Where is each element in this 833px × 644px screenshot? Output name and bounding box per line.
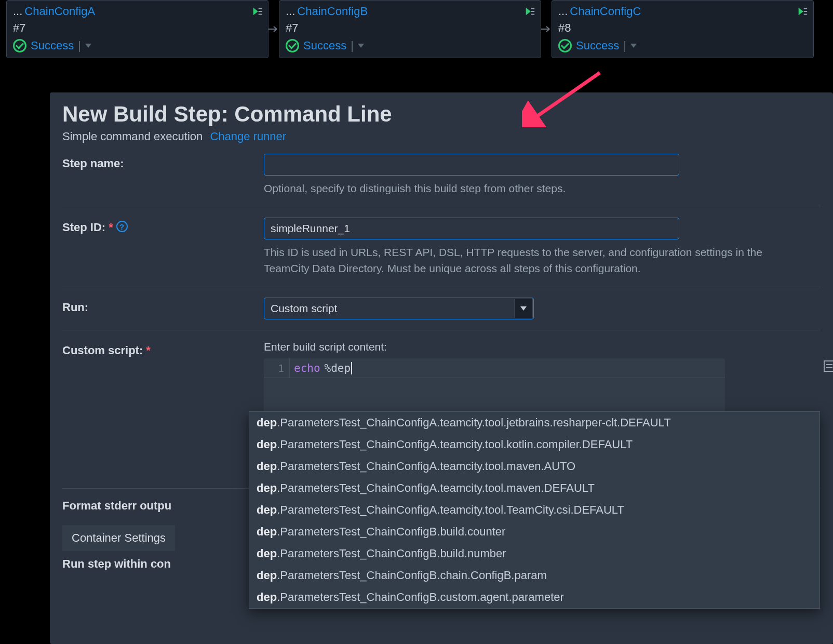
change-runner-link[interactable]: Change runner xyxy=(210,130,286,143)
chain-card-b[interactable]: ... ChainConfigB #7 Success | xyxy=(279,0,541,58)
svg-rect-2 xyxy=(259,14,262,15)
chain-card-c[interactable]: ... ChainConfigC #8 Success | xyxy=(552,0,814,58)
autocomplete-item[interactable]: dep.ParametersTest_ChainConfigA.teamcity… xyxy=(249,499,819,521)
step-id-input[interactable] xyxy=(264,218,679,239)
annotation-arrow-icon xyxy=(522,70,605,127)
run-icon[interactable] xyxy=(797,6,808,17)
svg-rect-1 xyxy=(259,11,262,12)
status-link[interactable]: Success xyxy=(31,39,74,52)
step-name-label: Step name: xyxy=(62,154,264,196)
code-token-arg: %dep xyxy=(325,362,351,374)
chain-title[interactable]: ChainConfigC xyxy=(570,5,641,18)
svg-rect-5 xyxy=(531,11,534,12)
chevron-down-icon[interactable] xyxy=(85,44,91,48)
step-name-input[interactable] xyxy=(264,154,679,176)
row-step-name: Step name: Optional, specify to distingu… xyxy=(62,143,821,207)
row-step-id: Step ID: * ? This ID is used in URLs, RE… xyxy=(62,207,821,287)
custom-script-label: Custom script: xyxy=(62,344,143,357)
container-settings-button[interactable]: Container Settings xyxy=(62,525,175,551)
build-chain-row: ... ChainConfigA #7 Success | ... ChainC… xyxy=(0,0,833,58)
autocomplete-item[interactable]: dep.ParametersTest_ChainConfigA.teamcity… xyxy=(249,455,819,477)
svg-rect-9 xyxy=(804,11,807,12)
autocomplete-item[interactable]: dep.ParametersTest_ChainConfigA.teamcity… xyxy=(249,477,819,499)
required-icon: * xyxy=(109,221,113,234)
build-number: #7 xyxy=(13,21,262,35)
ellipsis-icon: ... xyxy=(558,5,568,18)
svg-rect-4 xyxy=(531,8,534,9)
script-prompt: Enter build script content: xyxy=(264,341,821,353)
required-icon: * xyxy=(146,344,151,357)
step-name-help: Optional, specify to distinguish this bu… xyxy=(264,181,783,196)
svg-rect-0 xyxy=(259,8,262,9)
subtitle: Simple command execution xyxy=(62,130,203,143)
status-link[interactable]: Success xyxy=(303,39,346,52)
chevron-down-icon xyxy=(520,306,527,311)
ellipsis-icon: ... xyxy=(13,5,22,18)
ellipsis-icon: ... xyxy=(286,5,295,18)
editor-list-icon[interactable] xyxy=(824,360,833,372)
code-token-cmd: echo xyxy=(294,362,320,374)
select-dropdown-button[interactable] xyxy=(514,299,533,318)
build-number: #8 xyxy=(558,21,807,35)
build-step-panel: New Build Step: Command Line Simple comm… xyxy=(50,92,833,644)
success-icon xyxy=(286,39,299,52)
autocomplete-item[interactable]: dep.ParametersTest_ChainConfigA.teamcity… xyxy=(249,434,819,455)
chain-arrow xyxy=(541,24,552,34)
svg-rect-6 xyxy=(531,14,534,15)
row-run: Run: Custom script xyxy=(62,287,821,330)
help-icon[interactable]: ? xyxy=(116,221,128,232)
chain-card-a[interactable]: ... ChainConfigA #7 Success | xyxy=(6,0,268,58)
page-title: New Build Step: Command Line xyxy=(62,102,821,127)
line-number: 1 xyxy=(264,358,290,378)
build-number: #7 xyxy=(286,21,534,35)
autocomplete-item[interactable]: dep.ParametersTest_ChainConfigB.build.nu… xyxy=(249,543,819,565)
run-icon[interactable] xyxy=(251,6,263,17)
svg-rect-10 xyxy=(804,14,807,15)
success-icon xyxy=(13,39,26,52)
text-cursor xyxy=(351,362,352,374)
svg-rect-8 xyxy=(804,8,807,9)
success-icon xyxy=(558,39,572,52)
run-label: Run: xyxy=(62,298,264,319)
autocomplete-popup: dep.ParametersTest_ChainConfigA.teamcity… xyxy=(249,411,820,609)
run-icon[interactable] xyxy=(524,6,535,17)
autocomplete-item[interactable]: dep.ParametersTest_ChainConfigB.custom.a… xyxy=(249,586,819,608)
chain-arrow xyxy=(268,24,279,34)
chevron-down-icon[interactable] xyxy=(358,44,364,48)
autocomplete-item[interactable]: dep.ParametersTest_ChainConfigB.build.co… xyxy=(249,521,819,543)
step-id-label: Step ID: xyxy=(62,221,105,234)
chain-title[interactable]: ChainConfigA xyxy=(24,5,95,18)
autocomplete-item[interactable]: dep.ParametersTest_ChainConfigB.chain.Co… xyxy=(249,565,819,586)
status-link[interactable]: Success xyxy=(576,39,619,52)
chevron-down-icon[interactable] xyxy=(630,44,637,48)
chain-title[interactable]: ChainConfigB xyxy=(297,5,368,18)
run-select[interactable]: Custom script xyxy=(264,298,534,319)
step-id-help: This ID is used in URLs, REST API, DSL, … xyxy=(264,245,783,276)
autocomplete-item[interactable]: dep.ParametersTest_ChainConfigA.teamcity… xyxy=(249,412,819,434)
